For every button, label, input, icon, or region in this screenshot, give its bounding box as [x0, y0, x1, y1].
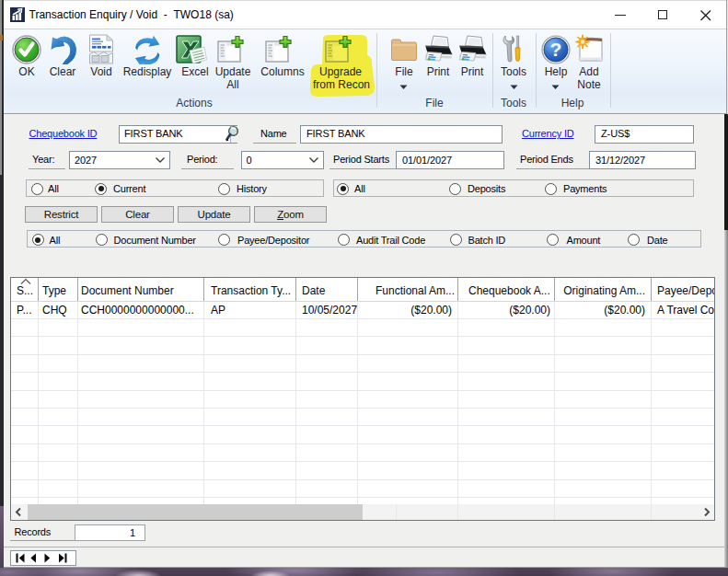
- svg-text:?: ?: [550, 39, 562, 60]
